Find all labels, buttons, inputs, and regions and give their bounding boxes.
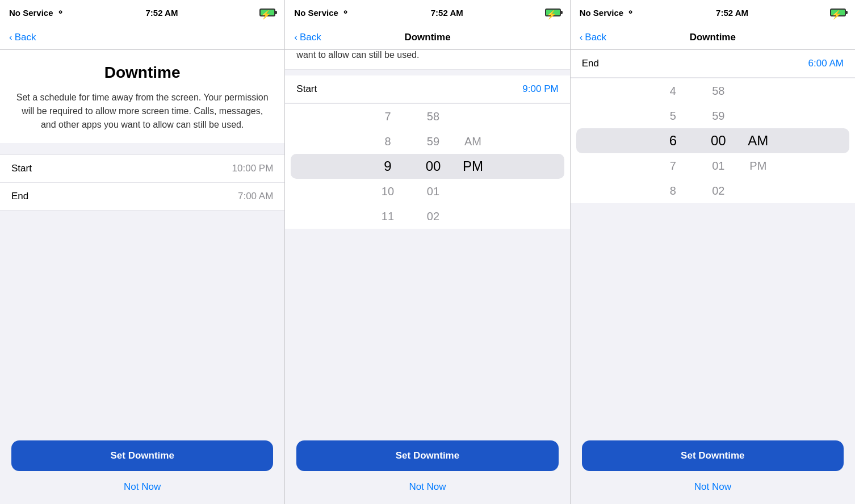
picker-item bbox=[741, 103, 775, 128]
not-now-button-1[interactable]: Not Now bbox=[11, 477, 273, 497]
picker-item: 11 bbox=[365, 204, 410, 229]
start-row-1[interactable]: Start 10:00 PM bbox=[0, 154, 284, 183]
content-1: Downtime Set a schedule for time away fr… bbox=[0, 50, 284, 504]
picker-item: 58 bbox=[695, 78, 741, 103]
status-time-2: 7:52 AM bbox=[431, 8, 463, 18]
chevron-left-icon-1: ‹ bbox=[9, 32, 12, 43]
status-time-1: 7:52 AM bbox=[145, 8, 178, 18]
picker-column-hours-3[interactable]: 3 4 5 6 7 8 9 bbox=[650, 78, 695, 203]
flex-spacer-3 bbox=[571, 203, 855, 434]
picker-column-minutes-3[interactable]: 57 58 59 00 01 02 03 bbox=[695, 78, 741, 203]
start-picker-row-2[interactable]: Start 9:00 PM bbox=[285, 75, 569, 103]
not-now-button-2[interactable]: Not Now bbox=[296, 477, 558, 497]
back-button-2[interactable]: ‹ Back bbox=[294, 32, 321, 43]
flex-spacer-2 bbox=[285, 229, 569, 434]
back-button-1[interactable]: ‹ Back bbox=[9, 32, 36, 43]
picker-item bbox=[456, 204, 490, 229]
set-downtime-button-3[interactable]: Set Downtime bbox=[582, 440, 844, 471]
picker-column-ampm-2[interactable]: AM PM bbox=[456, 104, 490, 229]
nav-bar-2: ‹ Back Downtime bbox=[285, 25, 569, 50]
status-left-1: No Service ⚬ bbox=[9, 7, 64, 18]
picker-item: 58 bbox=[410, 104, 456, 129]
picker-item bbox=[741, 78, 775, 103]
panel-1: No Service ⚬ 7:52 AM ⚡ ‹ Back Downtime S… bbox=[0, 0, 284, 504]
page-title-1: Downtime bbox=[16, 64, 269, 82]
battery-icon-1: ⚡ bbox=[259, 9, 275, 16]
picker-label-3: End bbox=[582, 58, 599, 69]
start-value-1: 10:00 PM bbox=[232, 163, 274, 174]
drum-picker-2[interactable]: 6 7 8 9 10 11 12 57 58 59 00 01 02 03 bbox=[285, 104, 569, 229]
picker-item: 59 bbox=[695, 103, 741, 128]
picker-item bbox=[456, 104, 490, 129]
spacer-1 bbox=[0, 143, 284, 154]
nav-bar-1: ‹ Back bbox=[0, 25, 284, 50]
wifi-icon-1: ⚬ bbox=[57, 7, 64, 18]
picker-item-selected: 00 bbox=[695, 128, 741, 153]
bottom-section-1: Set Downtime Not Now bbox=[0, 434, 284, 504]
status-right-3: ⚡ bbox=[830, 9, 846, 16]
status-right-2: ⚡ bbox=[545, 9, 561, 16]
bottom-section-3: Set Downtime Not Now bbox=[571, 434, 855, 504]
picker-item: 4 bbox=[650, 78, 695, 103]
picker-column-minutes-2[interactable]: 57 58 59 00 01 02 03 bbox=[410, 104, 456, 229]
picker-column-hours-2[interactable]: 6 7 8 9 10 11 12 bbox=[365, 104, 410, 229]
wifi-icon-2: ⚬ bbox=[342, 7, 349, 18]
end-picker-row-3[interactable]: End 6:00 AM bbox=[571, 50, 855, 78]
status-right-1: ⚡ bbox=[259, 9, 275, 16]
status-time-3: 7:52 AM bbox=[716, 8, 748, 18]
settings-list-1: Start 10:00 PM End 7:00 AM bbox=[0, 154, 284, 211]
intro-section-1: Downtime Set a schedule for time away fr… bbox=[0, 50, 284, 143]
picker-item: 59 bbox=[410, 129, 456, 154]
picker-item-selected: 00 bbox=[410, 154, 456, 179]
end-row-1[interactable]: End 7:00 AM bbox=[0, 183, 284, 211]
no-service-label-2: No Service bbox=[294, 8, 338, 18]
drum-picker-3[interactable]: 3 4 5 6 7 8 9 57 58 59 00 01 02 03 bbox=[571, 78, 855, 203]
picker-value-2: 9:00 PM bbox=[522, 83, 558, 95]
picker-item: 7 bbox=[365, 104, 410, 129]
bottom-section-2: Set Downtime Not Now bbox=[285, 434, 569, 504]
picker-item: 01 bbox=[410, 179, 456, 204]
picker-item: 8 bbox=[365, 129, 410, 154]
picker-item: PM bbox=[741, 153, 775, 178]
set-downtime-button-2[interactable]: Set Downtime bbox=[296, 440, 558, 471]
set-downtime-button-1[interactable]: Set Downtime bbox=[11, 440, 273, 471]
end-value-1: 7:00 AM bbox=[238, 191, 273, 202]
no-service-label-1: No Service bbox=[9, 8, 53, 18]
picker-item: 01 bbox=[695, 153, 741, 178]
content-2: want to allow can still be used. Start 9… bbox=[285, 50, 569, 504]
battery-icon-2: ⚡ bbox=[545, 9, 561, 16]
picker-item bbox=[741, 178, 775, 203]
picker-item-selected: AM bbox=[741, 128, 775, 153]
status-bar-1: No Service ⚬ 7:52 AM ⚡ bbox=[0, 0, 284, 25]
not-now-button-3[interactable]: Not Now bbox=[582, 477, 844, 497]
picker-item bbox=[456, 179, 490, 204]
status-bar-2: No Service ⚬ 7:52 AM ⚡ bbox=[285, 0, 569, 25]
picker-item-selected: 9 bbox=[365, 154, 410, 179]
no-service-label-3: No Service bbox=[580, 8, 624, 18]
gap-2 bbox=[285, 70, 569, 75]
picker-column-ampm-3[interactable]: AM PM bbox=[741, 78, 775, 203]
picker-value-3: 6:00 AM bbox=[808, 58, 844, 69]
status-bar-3: No Service ⚬ 7:52 AM ⚡ bbox=[571, 0, 855, 25]
picker-section-3: End 6:00 AM 3 4 5 6 7 8 9 5 bbox=[571, 50, 855, 203]
status-left-2: No Service ⚬ bbox=[294, 7, 349, 18]
picker-section-2: Start 9:00 PM 6 7 8 9 10 11 12 bbox=[285, 75, 569, 229]
picker-item: AM bbox=[456, 129, 490, 154]
start-label-1: Start bbox=[11, 163, 32, 174]
picker-item: 5 bbox=[650, 103, 695, 128]
panel-2: No Service ⚬ 7:52 AM ⚡ ‹ Back Downtime w… bbox=[284, 0, 569, 504]
back-label-3: Back bbox=[585, 32, 606, 43]
back-label-2: Back bbox=[300, 32, 321, 43]
content-3: End 6:00 AM 3 4 5 6 7 8 9 5 bbox=[571, 50, 855, 504]
partial-text-2: want to allow can still be used. bbox=[285, 50, 569, 70]
intro-description-1: Set a schedule for time away from the sc… bbox=[16, 91, 269, 132]
nav-title-3: Downtime bbox=[690, 32, 736, 43]
picker-item: 02 bbox=[695, 178, 741, 203]
picker-item-selected: 6 bbox=[650, 128, 695, 153]
back-button-3[interactable]: ‹ Back bbox=[580, 32, 606, 43]
status-left-3: No Service ⚬ bbox=[580, 7, 635, 18]
picker-item: 7 bbox=[650, 153, 695, 178]
picker-item: 02 bbox=[410, 204, 456, 229]
nav-bar-3: ‹ Back Downtime bbox=[571, 25, 855, 50]
nav-title-2: Downtime bbox=[404, 32, 450, 43]
